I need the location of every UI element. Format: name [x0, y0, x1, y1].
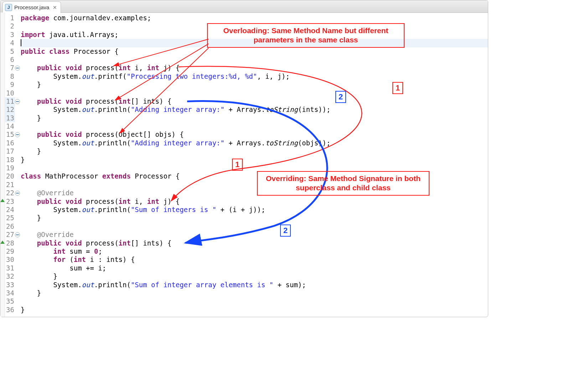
code-line[interactable]: @Override	[21, 189, 488, 197]
fold-toggle-icon[interactable]	[15, 232, 20, 237]
token-kw: public	[37, 97, 62, 105]
token-kw: int	[147, 64, 159, 72]
token-kw: for	[53, 256, 66, 263]
code-line[interactable]: }	[21, 306, 488, 314]
tab-filename-label: Processor.java	[14, 4, 49, 10]
token-pun: (	[66, 256, 74, 263]
code-line[interactable]	[21, 297, 488, 305]
marker-slot	[0, 113, 5, 121]
token-ann: @Override	[37, 189, 74, 197]
token-pun: System.	[21, 139, 82, 147]
fold-slot	[15, 197, 21, 206]
code-line[interactable]: System.out.println("Adding integer array…	[21, 139, 488, 147]
line-number: 8	[5, 72, 15, 81]
code-line[interactable]	[21, 39, 488, 47]
fold-slot	[15, 47, 21, 56]
code-line[interactable]: }	[21, 81, 488, 89]
code-line[interactable]: System.out.println("Adding integer array…	[21, 105, 488, 114]
override-marker-icon[interactable]	[0, 241, 5, 244]
code-line[interactable]: public void process(int i, int j) {	[21, 64, 488, 72]
token-kw: public	[37, 64, 62, 72]
code-line[interactable]	[21, 56, 488, 64]
code-editor[interactable]: 1234567891011121314151617181920212223242…	[0, 12, 488, 317]
token-pun	[41, 172, 45, 180]
token-sfld: out	[82, 72, 94, 80]
line-number: 13	[5, 114, 15, 122]
token-pun: (ints));	[298, 105, 331, 113]
marker-slot	[0, 271, 5, 279]
line-number: 24	[5, 206, 15, 214]
code-line[interactable]	[21, 181, 488, 189]
token-ann: @Override	[37, 231, 74, 238]
code-line[interactable]: for (int i : ints) {	[21, 256, 488, 264]
fold-slot	[15, 189, 21, 197]
token-str: "Sum of integers is "	[131, 206, 216, 213]
code-area[interactable]: package com.journaldev.examples;import j…	[21, 12, 488, 317]
code-line[interactable]: System.out.printf("Processing two intege…	[21, 72, 488, 81]
line-number: 14	[5, 122, 15, 130]
line-number: 20	[5, 172, 15, 180]
code-line[interactable]	[21, 22, 488, 30]
code-line[interactable]: sum += i;	[21, 264, 488, 272]
token-pun	[45, 47, 49, 55]
code-line[interactable]: import java.util.Arrays;	[21, 31, 488, 39]
code-line[interactable]: }	[21, 289, 488, 297]
marker-slot	[0, 296, 5, 304]
token-kw: public	[37, 197, 62, 205]
code-line[interactable]: @Override	[21, 231, 488, 239]
token-pun	[21, 247, 53, 255]
fold-slot	[15, 89, 21, 97]
code-line[interactable]: System.out.println("Sum of integers is "…	[21, 206, 488, 214]
fold-bar	[15, 12, 21, 317]
marker-slot	[0, 163, 5, 171]
code-line[interactable]: package com.journaldev.examples;	[21, 14, 488, 22]
line-number: 27	[5, 231, 15, 239]
code-line[interactable]: int sum = 0;	[21, 247, 488, 256]
marker-slot	[0, 21, 5, 29]
code-line[interactable]: }	[21, 214, 488, 222]
token-kw: int	[119, 64, 131, 72]
fold-toggle-icon[interactable]	[15, 191, 20, 196]
fold-toggle-icon[interactable]	[15, 132, 20, 137]
code-line[interactable]	[21, 222, 488, 231]
token-kw: int	[119, 239, 131, 247]
code-line[interactable]: }	[21, 147, 488, 155]
fold-slot	[15, 164, 21, 172]
code-line[interactable]: class MathProcessor extends Processor {	[21, 172, 488, 180]
code-line[interactable]	[21, 89, 488, 97]
marker-slot	[0, 96, 5, 104]
code-line[interactable]: System.out.println("Sum of integer array…	[21, 281, 488, 289]
fold-slot	[15, 206, 21, 214]
code-line[interactable]: public class Processor {	[21, 47, 488, 56]
code-line[interactable]	[21, 164, 488, 172]
line-number-gutter: 1234567891011121314151617181920212223242…	[5, 12, 15, 317]
fold-slot	[15, 281, 21, 289]
code-line[interactable]: public void process(int i, int j) {	[21, 197, 488, 206]
token-pun: i : ints) {	[86, 256, 135, 263]
code-line[interactable]: }	[21, 114, 488, 122]
code-line[interactable]: }	[21, 156, 488, 164]
fold-toggle-icon[interactable]	[15, 99, 20, 104]
token-pun	[131, 172, 135, 180]
fold-slot	[15, 289, 21, 297]
token-pun: ;	[98, 247, 102, 255]
close-icon[interactable]: ✕	[53, 5, 57, 10]
code-line[interactable]: public void process(Object[] objs) {	[21, 130, 488, 139]
token-pun	[61, 239, 65, 247]
code-line[interactable]: public void process(int[] ints) {	[21, 239, 488, 247]
code-line[interactable]: }	[21, 272, 488, 280]
line-number: 18	[5, 156, 15, 164]
code-line[interactable]: public void process(int[] ints) {	[21, 97, 488, 105]
fold-toggle-icon[interactable]	[15, 66, 20, 71]
token-kw: int	[119, 97, 131, 105]
token-pun: System.	[21, 281, 82, 289]
tab-processor-java[interactable]: J Processor.java ✕	[2, 1, 61, 13]
fold-slot	[15, 97, 21, 105]
token-kw: public	[37, 239, 62, 247]
token-kw: int	[53, 247, 66, 255]
code-line[interactable]	[21, 122, 488, 130]
token-pun	[69, 47, 73, 55]
override-marker-icon[interactable]	[0, 199, 5, 202]
marker-slot	[0, 37, 5, 46]
marker-slot	[0, 229, 5, 237]
